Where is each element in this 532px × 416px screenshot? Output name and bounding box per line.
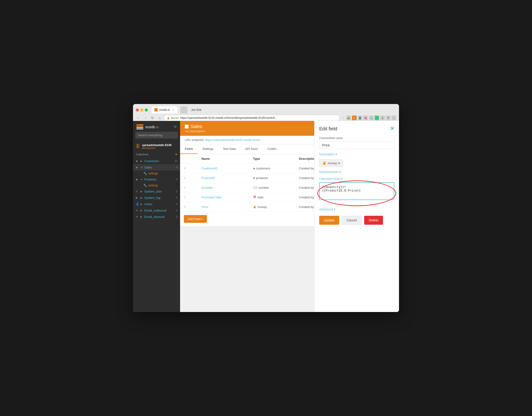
- tab-close-button[interactable]: ✕: [171, 108, 175, 112]
- sidebar-refresh-button[interactable]: ↻: [174, 125, 177, 129]
- link-type-icon-p: ◆: [253, 177, 255, 180]
- browser-chrome: restdb.io ✕ Jon Erik ← → ↻ ⌂ 🔒 Secure ht…: [133, 104, 399, 121]
- calc-value-label: Calculate value: [319, 177, 340, 180]
- chevron-right-icon-users: ▶: [141, 203, 143, 205]
- new-tab-button[interactable]: [180, 106, 187, 113]
- col-drag: [180, 154, 198, 163]
- drag-handle-icon[interactable]: ≡: [184, 176, 186, 180]
- add-field-button[interactable]: Add Field +: [184, 215, 207, 223]
- sidebar-item-users[interactable]: 👤 ▶ Users 0: [133, 201, 180, 207]
- field-customerid-link[interactable]: CustomerID: [202, 167, 218, 170]
- sidebar-item-email-inbound[interactable]: ✉ ▶ Email_inbound 0: [133, 214, 180, 220]
- tab-testdata[interactable]: Test Data: [218, 144, 241, 154]
- ext-4-icon[interactable]: 🔖: [363, 115, 368, 120]
- sidebar-item-systemjobs[interactable]: ↻ ▶ System_jobs 0: [133, 188, 180, 195]
- url-prefix-label: URL endpoint:: [185, 138, 204, 142]
- tab-settings[interactable]: Settings: [198, 144, 218, 154]
- drag-handle-icon[interactable]: ≡: [184, 166, 186, 170]
- field-type-date: 📅 date: [253, 196, 291, 199]
- app-logo: restdb.io: [136, 124, 159, 129]
- traffic-lights: [136, 108, 148, 112]
- field-name-input[interactable]: [319, 141, 394, 149]
- search-box[interactable]: Search everything: [135, 132, 178, 139]
- description-arrow-icon: ▾: [335, 152, 337, 156]
- menu-button[interactable]: ⋮: [391, 115, 396, 120]
- tab-fields[interactable]: Fields: [180, 144, 198, 154]
- delete-button[interactable]: Delete: [364, 216, 383, 225]
- advanced-toggle[interactable]: Advanced ▾: [319, 208, 394, 211]
- tab-title: restdb.io: [159, 108, 170, 112]
- sidebar-item-sales[interactable]: ◆ ▼ Sales 4: [133, 164, 180, 170]
- chevron-right-icon-sj: ▶: [141, 190, 143, 193]
- field-productid-link[interactable]: ProductID: [202, 176, 215, 180]
- sales-settings-item[interactable]: 🔧 settings: [133, 170, 180, 176]
- requirements-label: Requirements: [319, 170, 338, 174]
- field-type-number: 123 number: [253, 186, 291, 189]
- col-name-header: Name: [198, 154, 249, 163]
- address-bar[interactable]: 🔒 Secure https://spreadsheetdb-9145.rest…: [164, 115, 339, 121]
- tab-apidocs[interactable]: API Docs: [241, 144, 263, 154]
- chevron-right-icon: ▶: [141, 160, 143, 162]
- reload-button[interactable]: ↻: [150, 115, 155, 121]
- link-icon: ◆: [136, 160, 139, 163]
- requirements-toggle[interactable]: Requirements ▾: [319, 170, 394, 174]
- field-price-link[interactable]: Price: [202, 205, 209, 209]
- type-selector-button[interactable]: 💰 money ▾: [319, 159, 343, 167]
- edit-panel-title: Edit field: [319, 126, 337, 132]
- database-env: development: [142, 147, 177, 149]
- chevron-right-icon-ei: ▶: [141, 216, 143, 218]
- field-quantity-link[interactable]: Quantity: [202, 186, 213, 189]
- calc-value-toggle[interactable]: Calculate value ▾: [319, 177, 394, 180]
- systemlog-label: System_log: [144, 196, 174, 199]
- ext-7-icon[interactable]: □: [380, 115, 385, 120]
- ext-3-icon[interactable]: 👤: [358, 115, 362, 120]
- customers-label: Customers: [144, 159, 173, 163]
- ext-1-icon[interactable]: 🧩: [346, 115, 351, 120]
- sidebar-item-customers[interactable]: ◆ ▶ Customers 10: [133, 158, 180, 164]
- minimize-traffic-light[interactable]: [140, 108, 143, 112]
- field-purchasedate-link[interactable]: Purchase Date: [202, 196, 222, 199]
- description-toggle[interactable]: Description ▾: [319, 152, 394, 156]
- sidebar-item-products[interactable]: ◆ ▼ Products 9: [133, 176, 180, 183]
- endpoint-url-link[interactable]: https://spreadsheetdb-9145.restdb.io/res…: [205, 138, 262, 142]
- logo-text: restdb.io: [145, 125, 159, 129]
- back-button[interactable]: ←: [136, 115, 141, 121]
- sidebar-header: restdb.io ↻: [133, 121, 180, 132]
- advanced-label: Advanced: [319, 208, 333, 211]
- ext-8-icon[interactable]: ?: [386, 115, 390, 120]
- products-settings-label: settings: [148, 184, 158, 187]
- browser-tab[interactable]: restdb.io ✕: [152, 106, 177, 113]
- bookmark-button[interactable]: ☆: [341, 116, 344, 120]
- sidebar: restdb.io ↻ Search everything 🗄 spreadsh…: [133, 121, 180, 312]
- ext-6-icon[interactable]: 🌐: [375, 115, 379, 120]
- products-settings-item[interactable]: 🔧 settings: [133, 183, 180, 188]
- tab-codeh[interactable]: Codeh...: [263, 144, 284, 154]
- sidebar-item-systemlog[interactable]: ▶ ▶ System_log 0: [133, 195, 180, 201]
- customers-count: 10: [175, 160, 177, 162]
- forward-button[interactable]: →: [143, 115, 148, 121]
- chevron-right-icon-sl: ▶: [141, 197, 143, 199]
- cancel-button[interactable]: Cancel: [342, 216, 362, 225]
- maximize-traffic-light[interactable]: [145, 108, 148, 112]
- svg-rect-0: [136, 124, 143, 125]
- add-collection-button[interactable]: +: [175, 152, 177, 156]
- email-outbound-label: Email_outbound: [144, 209, 174, 212]
- drag-handle-icon[interactable]: ≡: [184, 195, 186, 199]
- drag-handle-icon[interactable]: ≡: [184, 205, 186, 209]
- database-name: spreadsheetdb-9145: [142, 143, 177, 147]
- number-type-icon: 123: [253, 186, 257, 189]
- ext-2-icon[interactable]: 1: [352, 115, 357, 120]
- money-selector-icon: 💰: [322, 161, 326, 165]
- products-label: Products: [144, 178, 174, 181]
- home-button[interactable]: ⌂: [157, 115, 162, 121]
- close-panel-button[interactable]: ✕: [390, 126, 394, 132]
- update-button[interactable]: Update: [319, 216, 339, 225]
- calc-value-textarea[interactable]: {{Quantity}}* {{ProductID.0.Price}}: [319, 182, 394, 200]
- sidebar-item-email-outbound[interactable]: ✉ ▶ Email_outbound 0: [133, 207, 180, 214]
- field-name-label: Column/field name: [319, 136, 394, 140]
- link-icon-sales: ◆: [136, 166, 139, 169]
- svg-rect-2: [136, 127, 143, 128]
- close-traffic-light[interactable]: [136, 108, 139, 112]
- ext-5-icon[interactable]: 🔍: [369, 115, 374, 120]
- drag-handle-icon[interactable]: ≡: [184, 186, 186, 189]
